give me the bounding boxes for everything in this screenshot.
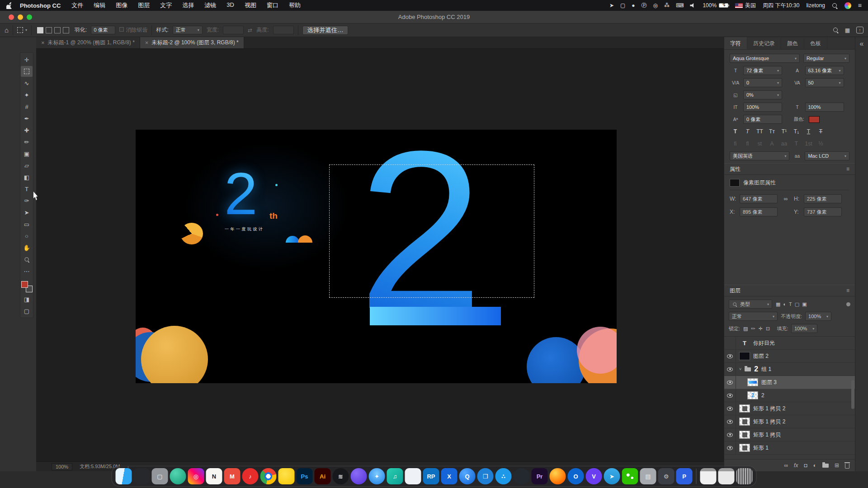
- dock-purple-disc[interactable]: [351, 468, 367, 484]
- dock-telegram[interactable]: ➤: [604, 468, 620, 484]
- layer-row[interactable]: 矩形 1 拷贝 2: [724, 415, 855, 428]
- dock-firefox[interactable]: [550, 468, 566, 484]
- scrollbar-thumb[interactable]: [851, 380, 854, 409]
- brush-tool[interactable]: ✏: [21, 136, 33, 147]
- zoom-tool[interactable]: [21, 254, 33, 265]
- edit-toolbar[interactable]: ⋯: [21, 266, 33, 277]
- panel-tab-色板[interactable]: 色板: [804, 37, 827, 49]
- horizontal-scale-field[interactable]: 100%: [805, 103, 844, 112]
- dock-window-stack[interactable]: ▤: [640, 468, 656, 484]
- menubar-clock[interactable]: 周四 下午10:30: [763, 2, 799, 9]
- layer-filter-select[interactable]: 类型: [729, 300, 772, 309]
- control-center-icon[interactable]: ≡: [858, 2, 862, 9]
- menu-item[interactable]: 图层: [138, 1, 150, 9]
- format-button[interactable]: T: [803, 127, 814, 136]
- dock-illustrator[interactable]: Ai: [315, 468, 331, 484]
- opentype-button[interactable]: A: [766, 139, 778, 148]
- add-mask-icon[interactable]: ◘: [804, 462, 807, 469]
- canvas-artboard[interactable]: 2 th 一年一度玩设计 2: [136, 130, 617, 383]
- dock-finder[interactable]: [116, 468, 132, 484]
- tsume-field[interactable]: 0%: [743, 90, 782, 99]
- properties-panel-header[interactable]: 属性 ≡: [724, 163, 855, 175]
- dock-minimized-doc-2[interactable]: [718, 468, 735, 484]
- lasso-tool[interactable]: ∿: [21, 78, 33, 89]
- zoom-level[interactable]: 100%: [52, 463, 72, 470]
- filter-switch-icon[interactable]: [846, 302, 850, 306]
- dock-netease-music[interactable]: ♪: [242, 468, 259, 484]
- screen-mode-icon[interactable]: ▢: [21, 305, 33, 316]
- select-and-mask-button[interactable]: 选择并遮住…: [302, 26, 349, 35]
- dock-dark-disc[interactable]: ≋: [333, 468, 349, 484]
- opacity-select[interactable]: 100%: [805, 312, 831, 321]
- layer-row[interactable]: 矩形 1: [724, 441, 855, 455]
- filter-pixel-layers-icon[interactable]: ▦: [776, 301, 780, 307]
- add-to-selection-icon[interactable]: [46, 27, 52, 33]
- dock-dingtalk[interactable]: ∴: [495, 468, 512, 484]
- minimize-window-button[interactable]: [18, 14, 23, 20]
- dock-instagram[interactable]: ◎: [188, 468, 204, 484]
- telegram-icon[interactable]: ➤: [609, 2, 614, 9]
- clone-stamp-tool[interactable]: ▣: [21, 148, 33, 159]
- visibility-toggle[interactable]: [724, 428, 736, 441]
- width-input[interactable]: [223, 26, 244, 34]
- opentype-button[interactable]: fl: [742, 139, 753, 148]
- collapse-panels-icon[interactable]: «: [860, 40, 864, 48]
- rectangle-tool[interactable]: ▭: [21, 219, 33, 230]
- layer-row[interactable]: 矩形 1 拷贝 2: [724, 402, 855, 415]
- font-family-select[interactable]: Aqua Grotesque: [730, 54, 800, 63]
- format-button[interactable]: T₁: [791, 127, 802, 136]
- volume-icon[interactable]: [690, 3, 696, 8]
- ring-icon[interactable]: ◎: [653, 2, 658, 9]
- battery-indicator[interactable]: 100% ↯: [703, 2, 728, 9]
- font-style-select[interactable]: Regular: [803, 54, 849, 63]
- chevron-down-icon[interactable]: ˅: [739, 367, 741, 371]
- language-select[interactable]: 美国英语: [730, 151, 789, 160]
- dock-dark-utility[interactable]: [134, 468, 150, 484]
- menu-item[interactable]: 3D: [226, 1, 234, 9]
- hand-tool[interactable]: ✋: [21, 242, 33, 253]
- height-input[interactable]: [273, 26, 294, 34]
- parallels-icon[interactable]: Ⓟ: [642, 2, 647, 9]
- format-button[interactable]: T¹: [778, 127, 790, 136]
- format-button[interactable]: Tᴛ: [766, 127, 778, 136]
- panel-tab-字符[interactable]: 字符: [724, 37, 747, 49]
- keyboard-icon[interactable]: ⌨: [676, 2, 684, 9]
- layer-row[interactable]: 22: [724, 389, 855, 402]
- new-group-icon[interactable]: [822, 464, 829, 468]
- feather-input[interactable]: 0 像素: [91, 26, 115, 34]
- dock-display[interactable]: ▢: [152, 468, 168, 484]
- search-icon[interactable]: [833, 27, 839, 33]
- opentype-button[interactable]: aa: [778, 139, 790, 148]
- menu-item[interactable]: 窗口: [267, 1, 278, 9]
- opentype-button[interactable]: fi: [730, 139, 741, 148]
- layer-style-icon[interactable]: fx: [794, 462, 798, 469]
- tracking-field[interactable]: 50: [805, 78, 844, 87]
- dock-trash[interactable]: [736, 468, 753, 484]
- dock-light-app[interactable]: [405, 468, 421, 484]
- layer-row[interactable]: T你好目光: [724, 337, 855, 350]
- dock-safari[interactable]: ✦: [369, 468, 385, 484]
- opentype-button[interactable]: ½: [815, 139, 826, 148]
- close-window-button[interactable]: [9, 14, 14, 20]
- paw-icon[interactable]: ⁂: [664, 2, 670, 9]
- menu-item[interactable]: 帮助: [289, 1, 301, 9]
- pen-tool[interactable]: ✑: [21, 195, 33, 206]
- document-tab[interactable]: ×未标题-2 @ 100% (图层 3, RGB/8) *: [140, 37, 244, 48]
- baseline-shift-field[interactable]: 0 像素: [743, 115, 782, 124]
- new-layer-icon[interactable]: ⊞: [835, 462, 839, 469]
- lock-transparency-icon[interactable]: ▨: [743, 326, 748, 332]
- width-dim-input[interactable]: 647 像素: [740, 194, 778, 203]
- opentype-button[interactable]: st: [754, 139, 765, 148]
- vertical-scale-field[interactable]: 100%: [743, 103, 782, 112]
- link-dimensions-icon[interactable]: ∞: [780, 196, 791, 202]
- menu-item[interactable]: 文字: [160, 1, 172, 9]
- move-tool[interactable]: ✛: [21, 54, 33, 65]
- panel-menu-icon[interactable]: ≡: [846, 164, 849, 175]
- format-button[interactable]: T: [742, 127, 753, 136]
- y-dim-input[interactable]: 737 像素: [804, 207, 842, 216]
- fill-select[interactable]: 100%: [791, 324, 817, 333]
- format-button[interactable]: T: [730, 127, 741, 136]
- input-source-menu[interactable]: 美国: [735, 2, 756, 9]
- subtract-from-selection-icon[interactable]: [54, 27, 61, 33]
- filter-adjustment-layers-icon[interactable]: ◐: [783, 301, 786, 307]
